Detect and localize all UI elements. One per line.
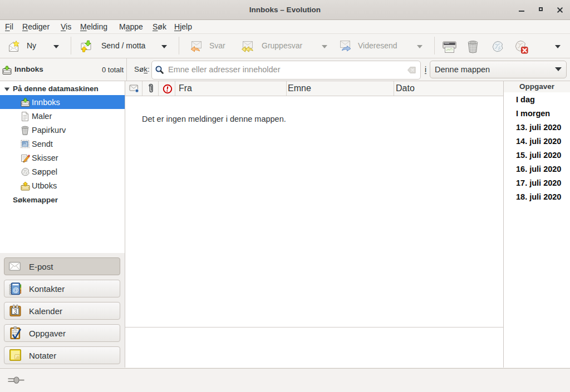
- svg-text:@: @: [13, 286, 19, 293]
- svg-text:3: 3: [14, 308, 17, 315]
